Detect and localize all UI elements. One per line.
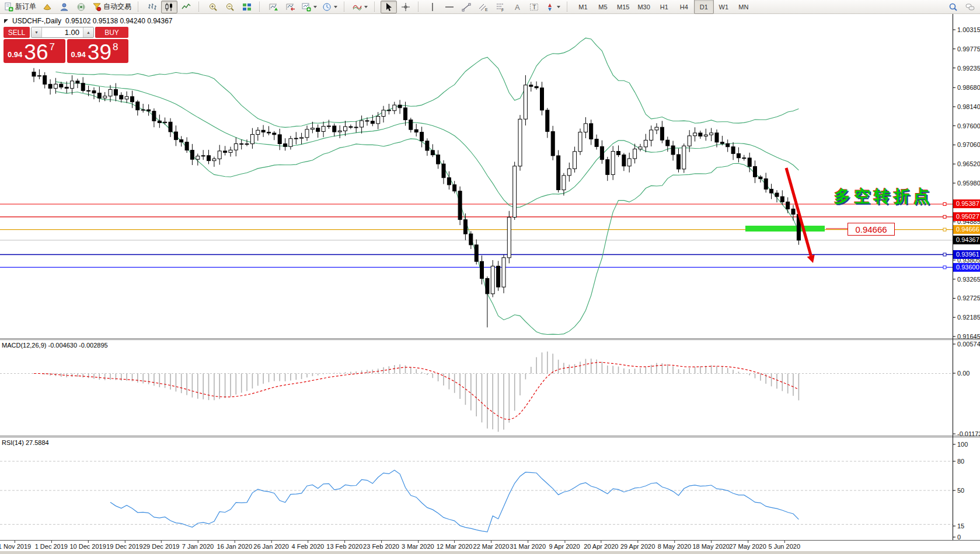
- buy-price-big: 39: [88, 43, 111, 62]
- text-tool-button[interactable]: A: [509, 1, 525, 13]
- sell-price-pip: 7: [49, 41, 54, 53]
- tile-windows-button[interactable]: [239, 1, 255, 13]
- cursor-button[interactable]: [381, 1, 397, 13]
- price-badge: 0.95027: [953, 212, 980, 221]
- sell-price-big: 36: [24, 43, 48, 62]
- price-chart[interactable]: [0, 14, 980, 554]
- horizontal-line-icon: [445, 2, 454, 12]
- fibonacci-button[interactable]: F: [492, 1, 508, 13]
- axis-label: 0.005744: [957, 340, 980, 348]
- new-chart-button[interactable]: [299, 1, 319, 13]
- toolbar-separator: [138, 2, 141, 12]
- axis-label: -0.011738: [957, 430, 980, 438]
- arrows-tool-icon: [545, 2, 554, 12]
- collapse-triangle-icon[interactable]: [4, 19, 8, 23]
- price-axis: 1.003150.997750.992350.986800.981400.976…: [953, 14, 980, 540]
- timeframe-button-mn[interactable]: MN: [734, 0, 754, 14]
- date-label: 8 May 2020: [658, 543, 691, 550]
- chevron-down-icon: [557, 6, 560, 8]
- toolbar-separator: [418, 2, 421, 12]
- arrows-tool-button[interactable]: [543, 1, 563, 13]
- svg-text:F: F: [501, 8, 504, 12]
- candlestick-chart-icon: [165, 2, 174, 12]
- market-watch-button[interactable]: [56, 1, 72, 13]
- sell-button[interactable]: SELL: [4, 27, 30, 38]
- auto-trading-button[interactable]: 自动交易: [90, 1, 134, 13]
- axis-label: 0.98680: [957, 83, 980, 92]
- trendline-button[interactable]: [458, 1, 475, 13]
- new-order-label: 新订单: [15, 2, 36, 12]
- sell-price-display[interactable]: 0.94367: [4, 39, 65, 63]
- chevron-down-icon: [364, 6, 368, 8]
- axis-label: 0.96520: [957, 160, 980, 168]
- spinner-up-icon: ▲: [86, 30, 90, 34]
- profile-icon: [43, 2, 52, 12]
- buy-price-display[interactable]: 0.94398: [67, 39, 129, 63]
- indicators-button[interactable]: [350, 1, 370, 13]
- crosshair-button[interactable]: [397, 1, 414, 13]
- timeframe-button-w1[interactable]: W1: [714, 0, 734, 14]
- timeframe-button-m5[interactable]: M5: [593, 0, 613, 14]
- volume-decrease-button[interactable]: ▼: [32, 27, 42, 37]
- toolbar-separator: [344, 2, 347, 12]
- auto-scroll-button[interactable]: [266, 1, 282, 13]
- buy-price-pip: 8: [113, 41, 118, 53]
- zoom-in-button[interactable]: [205, 1, 221, 13]
- zoom-out-button[interactable]: [222, 1, 238, 13]
- timeframe-button-d1[interactable]: D1: [694, 0, 714, 14]
- date-label: 31 Mar 2020: [510, 543, 546, 550]
- axis-label: 100: [957, 440, 968, 448]
- zoom-out-icon: [225, 2, 235, 12]
- timeframe-button-m30[interactable]: M30: [633, 0, 654, 14]
- ohlc-values: 0.95102 0.95138 0.94240 0.94367: [65, 17, 173, 25]
- search-button[interactable]: [945, 1, 961, 13]
- rsi-indicator-label: RSI(14) 27.5884: [2, 439, 49, 446]
- price-badge: 0.93600: [953, 263, 980, 272]
- signals-icon: [76, 2, 86, 12]
- axis-label: 15: [957, 522, 964, 530]
- fibonacci-icon: F: [496, 2, 505, 12]
- bar-chart-button[interactable]: [144, 1, 161, 13]
- auto-trading-label: 自动交易: [103, 2, 131, 12]
- signals-button[interactable]: [73, 1, 89, 13]
- sell-price-prefix: 0.94: [8, 50, 22, 59]
- chart-shift-button[interactable]: [283, 1, 299, 13]
- date-label: 1 Dec 2019: [35, 543, 68, 550]
- date-axis: 1 Nov 20191 Dec 201910 Dec 201919 Dec 20…: [0, 541, 980, 551]
- toolbar: 新订单 自动交易: [0, 0, 980, 14]
- label-tool-button[interactable]: T: [526, 1, 542, 13]
- chart-shift-icon: [286, 2, 295, 12]
- volume-increase-button[interactable]: ▲: [83, 27, 93, 37]
- date-label: 22 Mar 2020: [473, 543, 510, 550]
- channel-button[interactable]: E: [475, 1, 491, 13]
- chevron-down-icon: [334, 6, 337, 8]
- new-order-button[interactable]: 新订单: [2, 1, 39, 13]
- line-chart-button[interactable]: [178, 1, 194, 13]
- date-label: 4 Feb 2020: [292, 543, 325, 550]
- horizontal-line-button[interactable]: [441, 1, 458, 13]
- volume-input[interactable]: 1.00: [42, 27, 83, 37]
- date-label: 29 Dec 2019: [143, 543, 179, 550]
- crosshair-icon: [401, 2, 410, 12]
- vertical-line-button[interactable]: [424, 1, 441, 13]
- chart-window[interactable]: USDCHF-,Daily 0.95102 0.95138 0.94240 0.…: [0, 14, 980, 554]
- new-chart-icon: [302, 2, 311, 12]
- timeframe-button-h1[interactable]: H1: [654, 0, 674, 14]
- macd-indicator-label: MACD(12,26,9) -0.004630 -0.002895: [2, 342, 108, 349]
- candlestick-chart-button[interactable]: [161, 1, 177, 13]
- chart-title: USDCHF-,Daily 0.95102 0.95138 0.94240 0.…: [4, 17, 173, 25]
- date-label: 3 Mar 2020: [402, 543, 434, 550]
- volume-stepper[interactable]: ▼ 1.00 ▲: [31, 27, 94, 38]
- timeframe-button-h4[interactable]: H4: [674, 0, 694, 14]
- toolbar-separator: [259, 2, 263, 12]
- chat-button[interactable]: [962, 1, 978, 13]
- charts-profile-button[interactable]: [39, 1, 55, 13]
- periods-button[interactable]: [320, 1, 340, 13]
- timeframe-button-m1[interactable]: M1: [573, 0, 593, 14]
- axis-label: 0.92725: [957, 294, 980, 302]
- buy-button[interactable]: BUY: [95, 27, 128, 38]
- axis-label: 0.99775: [957, 45, 980, 53]
- trendline-icon: [462, 2, 471, 12]
- timeframe-button-m15[interactable]: M15: [613, 0, 633, 14]
- data-window-icon: [60, 2, 69, 12]
